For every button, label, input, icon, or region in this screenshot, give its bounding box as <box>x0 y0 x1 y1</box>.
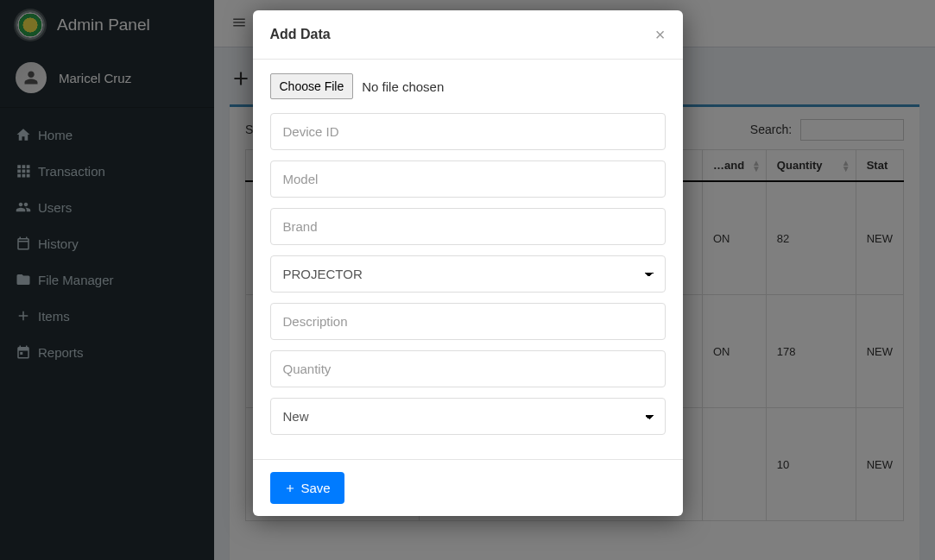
file-input-row: Choose File No file chosen <box>270 73 666 99</box>
device-id-input[interactable] <box>270 113 666 150</box>
save-button[interactable]: Save <box>270 472 344 504</box>
condition-select[interactable]: New <box>270 398 666 435</box>
add-data-modal: Add Data × Choose File No file chosen PR… <box>253 10 683 516</box>
modal-body: Choose File No file chosen PROJECTOR New <box>253 60 683 459</box>
plus-icon <box>284 482 296 494</box>
description-input[interactable] <box>270 303 666 340</box>
quantity-input[interactable] <box>270 350 666 387</box>
brand-input[interactable] <box>270 208 666 245</box>
save-label: Save <box>301 481 331 495</box>
choose-file-button[interactable]: Choose File <box>270 73 354 99</box>
modal-footer: Save <box>253 459 683 516</box>
type-select[interactable]: PROJECTOR <box>270 255 666 293</box>
modal-close-button[interactable]: × <box>655 26 666 43</box>
file-status: No file chosen <box>362 79 444 94</box>
modal-header: Add Data × <box>253 10 683 60</box>
model-input[interactable] <box>270 160 666 198</box>
modal-title: Add Data <box>270 27 331 42</box>
close-icon: × <box>655 25 666 44</box>
